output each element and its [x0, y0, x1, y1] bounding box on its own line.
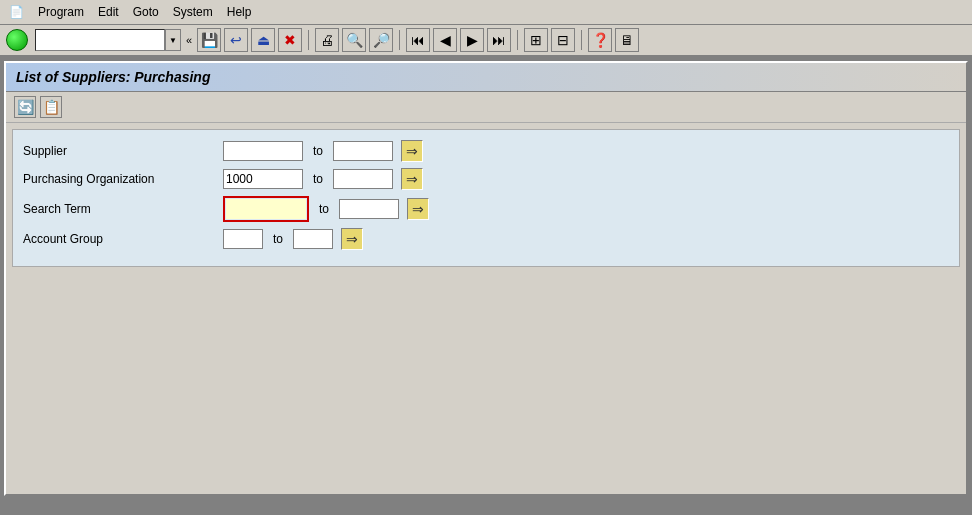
- app-icon: 📄: [8, 4, 24, 20]
- account-group-arrow-btn[interactable]: ⇒: [341, 228, 363, 250]
- purch-org-to-input[interactable]: [333, 169, 393, 189]
- purch-org-to: to: [303, 172, 333, 186]
- first-page-btn[interactable]: ⏮: [406, 28, 430, 52]
- search-term-highlight: [223, 196, 309, 222]
- sep2: [399, 30, 400, 50]
- last-page-btn[interactable]: ⏭: [487, 28, 511, 52]
- sep1: [308, 30, 309, 50]
- sep3: [517, 30, 518, 50]
- search-term-input[interactable]: [226, 199, 306, 219]
- purch-org-label: Purchasing Organization: [23, 172, 223, 186]
- purch-org-arrow-btn[interactable]: ⇒: [401, 168, 423, 190]
- customizing-btn[interactable]: 🖥: [615, 28, 639, 52]
- search-term-to: to: [309, 202, 339, 216]
- prev-page-btn[interactable]: ◀: [433, 28, 457, 52]
- command-input[interactable]: [35, 29, 165, 51]
- menu-help[interactable]: Help: [221, 3, 258, 21]
- account-group-label: Account Group: [23, 232, 223, 246]
- next-page-btn[interactable]: ▶: [460, 28, 484, 52]
- find-btn[interactable]: 🔍: [342, 28, 366, 52]
- command-dropdown-btn[interactable]: ▼: [165, 29, 181, 51]
- status-indicator: [6, 29, 28, 51]
- search-term-row: Search Term to ⇒: [23, 196, 949, 222]
- exit-btn[interactable]: ⏏: [251, 28, 275, 52]
- back-btn[interactable]: ↩: [224, 28, 248, 52]
- purch-org-row: Purchasing Organization to ⇒: [23, 168, 949, 190]
- supplier-to: to: [303, 144, 333, 158]
- save-btn[interactable]: 💾: [197, 28, 221, 52]
- layout-btn2[interactable]: ⊟: [551, 28, 575, 52]
- help-btn[interactable]: ❓: [588, 28, 612, 52]
- account-group-to: to: [263, 232, 293, 246]
- layout-btn1[interactable]: ⊞: [524, 28, 548, 52]
- search-term-arrow-btn[interactable]: ⇒: [407, 198, 429, 220]
- main-window: List of Suppliers: Purchasing 🔄 📋 Suppli…: [4, 61, 968, 496]
- select-all-btn[interactable]: 📋: [40, 96, 62, 118]
- account-group-row: Account Group to ⇒: [23, 228, 949, 250]
- cancel-btn[interactable]: ✖: [278, 28, 302, 52]
- account-group-input[interactable]: [223, 229, 263, 249]
- toolbar: ▼ « 💾 ↩ ⏏ ✖ 🖨 🔍 🔎 ⏮ ◀ ▶ ⏭ ⊞ ⊟ ❓ 🖥: [0, 25, 972, 57]
- find-next-btn[interactable]: 🔎: [369, 28, 393, 52]
- supplier-row: Supplier to ⇒: [23, 140, 949, 162]
- supplier-input[interactable]: [223, 141, 303, 161]
- menu-program[interactable]: Program: [32, 3, 90, 21]
- menu-edit[interactable]: Edit: [92, 3, 125, 21]
- supplier-label: Supplier: [23, 144, 223, 158]
- command-field-wrap: ▼: [35, 29, 181, 51]
- refresh-btn[interactable]: 🔄: [14, 96, 36, 118]
- nav-back-icon: «: [186, 34, 192, 46]
- menu-goto[interactable]: Goto: [127, 3, 165, 21]
- print-btn[interactable]: 🖨: [315, 28, 339, 52]
- purch-org-input[interactable]: [223, 169, 303, 189]
- account-group-to-input[interactable]: [293, 229, 333, 249]
- search-term-to-input[interactable]: [339, 199, 399, 219]
- menu-bar: 📄 Program Edit Goto System Help: [0, 0, 972, 25]
- sep4: [581, 30, 582, 50]
- search-term-label: Search Term: [23, 202, 223, 216]
- panel-title: List of Suppliers: Purchasing: [6, 63, 966, 92]
- form-area: Supplier to ⇒ Purchasing Organization to…: [12, 129, 960, 267]
- supplier-to-input[interactable]: [333, 141, 393, 161]
- supplier-arrow-btn[interactable]: ⇒: [401, 140, 423, 162]
- panel-toolbar: 🔄 📋: [6, 92, 966, 123]
- menu-system[interactable]: System: [167, 3, 219, 21]
